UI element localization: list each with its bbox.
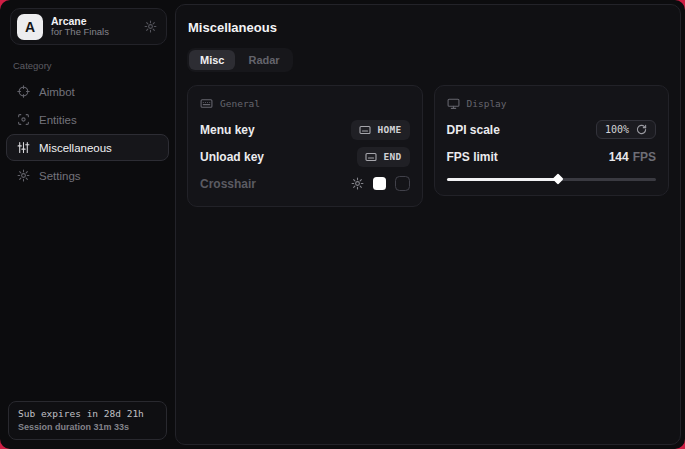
header-gear-icon[interactable] [144,20,157,33]
sliders-icon [17,141,30,154]
unload-key-row: Unload key END [200,145,410,168]
sidebar-item-miscellaneous[interactable]: Miscellaneous [6,134,169,161]
main-panel: Miscellaneous Misc Radar General [175,4,681,445]
fps-limit-label: FPS limit [447,150,498,164]
crosshair-controls [351,176,410,191]
dpi-scale-label: DPI scale [447,123,500,137]
general-card: General Menu key HOME Unload key [187,85,423,207]
tab-radar[interactable]: Radar [237,50,290,70]
menu-key-value: HOME [377,124,401,135]
scan-icon [17,113,30,126]
sidebar-nav: Aimbot Entities [0,78,175,189]
app-window: A Arcane for The Finals Category [0,0,685,449]
sidebar-item-label: Miscellaneous [39,142,112,154]
unload-key-label: Unload key [200,150,264,164]
app-titles: Arcane for The Finals [51,15,109,38]
sidebar: A Arcane for The Finals Category [0,0,175,449]
crosshair-color-swatch[interactable] [373,177,386,190]
crosshair-row: Crosshair [200,172,410,195]
cards-row: General Menu key HOME Unload key [187,85,669,207]
general-card-header: General [200,97,410,110]
sidebar-item-aimbot[interactable]: Aimbot [6,78,169,105]
crosshair-icon [17,85,30,98]
fps-limit-row: FPS limit 144FPS [447,145,657,168]
sidebar-item-settings[interactable]: Settings [6,162,169,189]
category-label: Category [13,60,175,71]
display-card: Display DPI scale 100% [434,85,670,196]
fps-slider-fill [447,178,558,181]
unload-key-value: END [383,151,401,162]
cycle-icon [636,124,647,135]
crosshair-label: Crosshair [200,177,256,191]
app-logo-letter: A [25,19,35,35]
menu-key-button[interactable]: HOME [351,120,409,140]
sidebar-item-label: Aimbot [39,86,75,98]
sidebar-item-label: Settings [39,170,81,182]
dpi-scale-value: 100% [605,124,629,135]
app-logo: A [17,14,43,40]
subscription-info: Sub expires in 28d 21h Session duration … [8,401,167,440]
keyboard-icon [200,97,213,110]
gear-icon [17,169,30,182]
fps-limit-unit: FPS [633,150,656,164]
page-title: Miscellaneous [188,20,669,35]
monitor-icon [447,97,460,110]
fps-limit-slider[interactable] [447,174,657,184]
sidebar-item-label: Entities [39,114,77,126]
fps-slider-thumb[interactable] [552,173,563,184]
keyboard-icon [359,124,371,136]
dpi-scale-select[interactable]: 100% [596,120,656,139]
display-card-title: Display [467,98,507,109]
sidebar-item-entities[interactable]: Entities [6,106,169,133]
general-card-title: General [220,98,260,109]
dpi-scale-row: DPI scale 100% [447,118,657,141]
tab-bar: Misc Radar [187,48,293,72]
app-header: A Arcane for The Finals [10,8,167,45]
crosshair-settings-gear-icon[interactable] [351,177,364,190]
fps-limit-value: 144 [609,150,629,164]
session-duration-text: Session duration 31m 33s [18,422,157,432]
app-subtitle: for The Finals [51,27,109,38]
crosshair-checkbox[interactable] [395,176,410,191]
unload-key-button[interactable]: END [357,147,409,167]
sub-expires-text: Sub expires in 28d 21h [18,408,157,419]
display-card-header: Display [447,97,657,110]
menu-key-row: Menu key HOME [200,118,410,141]
tab-misc[interactable]: Misc [189,50,235,70]
keyboard-icon [365,151,377,163]
fps-limit-value-wrap: 144FPS [609,150,656,164]
menu-key-label: Menu key [200,123,255,137]
